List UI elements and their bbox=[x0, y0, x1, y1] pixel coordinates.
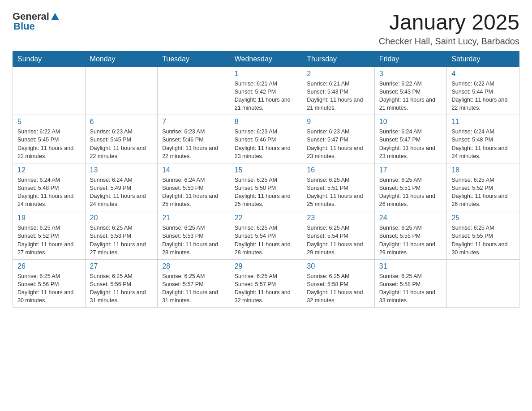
day-number: 27 bbox=[90, 262, 153, 270]
day-info: Sunrise: 6:23 AM Sunset: 5:45 PM Dayligh… bbox=[90, 128, 146, 159]
calendar-cell: 27Sunrise: 6:25 AM Sunset: 5:56 PM Dayli… bbox=[85, 259, 158, 308]
day-info: Sunrise: 6:24 AM Sunset: 5:48 PM Dayligh… bbox=[451, 128, 507, 159]
day-info: Sunrise: 6:24 AM Sunset: 5:47 PM Dayligh… bbox=[379, 128, 435, 159]
day-number: 31 bbox=[379, 262, 442, 270]
svg-marker-0 bbox=[51, 13, 59, 20]
day-number: 30 bbox=[307, 262, 370, 270]
calendar-cell: 2Sunrise: 6:21 AM Sunset: 5:43 PM Daylig… bbox=[302, 67, 375, 115]
day-number: 15 bbox=[235, 166, 298, 174]
day-info: Sunrise: 6:25 AM Sunset: 5:56 PM Dayligh… bbox=[17, 273, 73, 304]
day-info: Sunrise: 6:25 AM Sunset: 5:52 PM Dayligh… bbox=[451, 177, 507, 207]
calendar-cell bbox=[85, 67, 158, 115]
weekday-header-tuesday: Tuesday bbox=[158, 51, 230, 67]
location-title: Checker Hall, Saint Lucy, Barbados bbox=[379, 36, 519, 47]
week-row-3: 12Sunrise: 6:24 AM Sunset: 5:48 PM Dayli… bbox=[13, 163, 519, 211]
calendar-cell bbox=[158, 67, 230, 115]
weekday-header-saturday: Saturday bbox=[447, 51, 519, 67]
weekday-header-thursday: Thursday bbox=[302, 51, 375, 67]
day-info: Sunrise: 6:25 AM Sunset: 5:53 PM Dayligh… bbox=[90, 225, 146, 255]
calendar-cell: 12Sunrise: 6:24 AM Sunset: 5:48 PM Dayli… bbox=[13, 163, 86, 211]
calendar-cell: 4Sunrise: 6:22 AM Sunset: 5:44 PM Daylig… bbox=[447, 67, 519, 115]
day-info: Sunrise: 6:22 AM Sunset: 5:44 PM Dayligh… bbox=[451, 81, 507, 111]
calendar-table: SundayMondayTuesdayWednesdayThursdayFrid… bbox=[13, 51, 519, 308]
calendar-cell: 18Sunrise: 6:25 AM Sunset: 5:52 PM Dayli… bbox=[447, 163, 519, 211]
day-number: 23 bbox=[307, 214, 370, 222]
calendar-cell: 31Sunrise: 6:25 AM Sunset: 5:58 PM Dayli… bbox=[374, 259, 447, 308]
day-info: Sunrise: 6:21 AM Sunset: 5:42 PM Dayligh… bbox=[235, 81, 291, 111]
day-number: 13 bbox=[90, 166, 153, 174]
day-number: 6 bbox=[90, 118, 153, 126]
day-info: Sunrise: 6:25 AM Sunset: 5:58 PM Dayligh… bbox=[379, 273, 435, 304]
day-number: 12 bbox=[17, 166, 81, 174]
day-info: Sunrise: 6:22 AM Sunset: 5:45 PM Dayligh… bbox=[17, 128, 73, 159]
title-area: January 2025 Checker Hall, Saint Lucy, B… bbox=[379, 11, 519, 47]
day-info: Sunrise: 6:23 AM Sunset: 5:46 PM Dayligh… bbox=[235, 128, 291, 159]
calendar-cell: 30Sunrise: 6:25 AM Sunset: 5:58 PM Dayli… bbox=[302, 259, 375, 308]
day-info: Sunrise: 6:25 AM Sunset: 5:54 PM Dayligh… bbox=[235, 225, 291, 255]
calendar-cell: 6Sunrise: 6:23 AM Sunset: 5:45 PM Daylig… bbox=[85, 115, 158, 163]
day-number: 5 bbox=[17, 118, 81, 126]
day-number: 24 bbox=[379, 214, 442, 222]
calendar-cell: 13Sunrise: 6:24 AM Sunset: 5:49 PM Dayli… bbox=[85, 163, 158, 211]
day-info: Sunrise: 6:25 AM Sunset: 5:51 PM Dayligh… bbox=[307, 177, 363, 207]
day-number: 16 bbox=[307, 166, 370, 174]
day-info: Sunrise: 6:24 AM Sunset: 5:48 PM Dayligh… bbox=[17, 177, 73, 207]
calendar-cell: 29Sunrise: 6:25 AM Sunset: 5:57 PM Dayli… bbox=[230, 259, 302, 308]
day-number: 1 bbox=[235, 70, 298, 78]
day-number: 17 bbox=[379, 166, 442, 174]
day-info: Sunrise: 6:25 AM Sunset: 5:57 PM Dayligh… bbox=[235, 273, 291, 304]
calendar-cell: 21Sunrise: 6:25 AM Sunset: 5:53 PM Dayli… bbox=[158, 211, 230, 260]
calendar-cell: 11Sunrise: 6:24 AM Sunset: 5:48 PM Dayli… bbox=[447, 115, 519, 163]
calendar-cell: 3Sunrise: 6:22 AM Sunset: 5:43 PM Daylig… bbox=[374, 67, 447, 115]
day-number: 22 bbox=[235, 214, 298, 222]
day-number: 9 bbox=[307, 118, 370, 126]
calendar-cell bbox=[13, 67, 86, 115]
day-info: Sunrise: 6:24 AM Sunset: 5:49 PM Dayligh… bbox=[90, 177, 146, 207]
day-number: 26 bbox=[17, 262, 81, 270]
week-row-5: 26Sunrise: 6:25 AM Sunset: 5:56 PM Dayli… bbox=[13, 259, 519, 308]
day-number: 4 bbox=[451, 70, 515, 78]
week-row-2: 5Sunrise: 6:22 AM Sunset: 5:45 PM Daylig… bbox=[13, 115, 519, 163]
day-number: 19 bbox=[17, 214, 81, 222]
day-number: 21 bbox=[162, 214, 225, 222]
week-row-1: 1Sunrise: 6:21 AM Sunset: 5:42 PM Daylig… bbox=[13, 67, 519, 115]
calendar-cell: 1Sunrise: 6:21 AM Sunset: 5:42 PM Daylig… bbox=[230, 67, 302, 115]
day-info: Sunrise: 6:25 AM Sunset: 5:50 PM Dayligh… bbox=[235, 177, 291, 207]
day-info: Sunrise: 6:25 AM Sunset: 5:55 PM Dayligh… bbox=[379, 225, 435, 255]
calendar-cell: 16Sunrise: 6:25 AM Sunset: 5:51 PM Dayli… bbox=[302, 163, 375, 211]
weekday-header-row: SundayMondayTuesdayWednesdayThursdayFrid… bbox=[13, 51, 519, 67]
day-number: 3 bbox=[379, 70, 442, 78]
day-info: Sunrise: 6:22 AM Sunset: 5:43 PM Dayligh… bbox=[379, 81, 435, 111]
day-info: Sunrise: 6:25 AM Sunset: 5:51 PM Dayligh… bbox=[379, 177, 435, 207]
calendar-cell: 28Sunrise: 6:25 AM Sunset: 5:57 PM Dayli… bbox=[158, 259, 230, 308]
day-number: 29 bbox=[235, 262, 298, 270]
month-title: January 2025 bbox=[379, 11, 519, 34]
logo-text-blue: Blue bbox=[13, 21, 35, 32]
calendar-cell: 22Sunrise: 6:25 AM Sunset: 5:54 PM Dayli… bbox=[230, 211, 302, 260]
logo-triangle-icon bbox=[50, 12, 60, 22]
day-info: Sunrise: 6:25 AM Sunset: 5:54 PM Dayligh… bbox=[307, 225, 363, 255]
day-number: 7 bbox=[162, 118, 225, 126]
day-info: Sunrise: 6:24 AM Sunset: 5:50 PM Dayligh… bbox=[162, 177, 218, 207]
day-number: 28 bbox=[162, 262, 225, 270]
day-number: 20 bbox=[90, 214, 153, 222]
calendar-cell: 10Sunrise: 6:24 AM Sunset: 5:47 PM Dayli… bbox=[374, 115, 447, 163]
weekday-header-monday: Monday bbox=[85, 51, 158, 67]
day-number: 8 bbox=[235, 118, 298, 126]
calendar-cell: 25Sunrise: 6:25 AM Sunset: 5:55 PM Dayli… bbox=[447, 211, 519, 260]
calendar-cell: 19Sunrise: 6:25 AM Sunset: 5:52 PM Dayli… bbox=[13, 211, 86, 260]
day-info: Sunrise: 6:23 AM Sunset: 5:47 PM Dayligh… bbox=[307, 128, 363, 159]
weekday-header-friday: Friday bbox=[374, 51, 447, 67]
calendar-cell: 23Sunrise: 6:25 AM Sunset: 5:54 PM Dayli… bbox=[302, 211, 375, 260]
day-info: Sunrise: 6:23 AM Sunset: 5:46 PM Dayligh… bbox=[162, 128, 218, 159]
day-number: 11 bbox=[451, 118, 515, 126]
day-info: Sunrise: 6:25 AM Sunset: 5:56 PM Dayligh… bbox=[90, 273, 146, 304]
calendar-cell: 9Sunrise: 6:23 AM Sunset: 5:47 PM Daylig… bbox=[302, 115, 375, 163]
calendar-cell: 14Sunrise: 6:24 AM Sunset: 5:50 PM Dayli… bbox=[158, 163, 230, 211]
calendar-cell: 7Sunrise: 6:23 AM Sunset: 5:46 PM Daylig… bbox=[158, 115, 230, 163]
calendar-cell: 8Sunrise: 6:23 AM Sunset: 5:46 PM Daylig… bbox=[230, 115, 302, 163]
week-row-4: 19Sunrise: 6:25 AM Sunset: 5:52 PM Dayli… bbox=[13, 211, 519, 260]
page-header: General Blue January 2025 Checker Hall, … bbox=[13, 11, 519, 47]
calendar-cell: 15Sunrise: 6:25 AM Sunset: 5:50 PM Dayli… bbox=[230, 163, 302, 211]
day-info: Sunrise: 6:25 AM Sunset: 5:52 PM Dayligh… bbox=[17, 225, 73, 255]
